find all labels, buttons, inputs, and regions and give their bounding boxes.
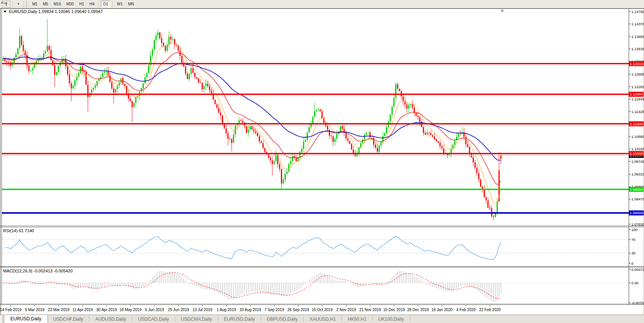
moving-average-21 — [3, 52, 501, 185]
price-axis-label: 1.14790 — [631, 10, 644, 14]
price-badge-label: 1.11009 — [630, 122, 643, 126]
chart-tab-audusd[interactable]: AUDUSD,Daily — [90, 316, 131, 323]
rsi-layer — [2, 236, 629, 259]
date-axis-label: 13 Jul 2019 — [192, 308, 212, 312]
chart-tab-eurusd-active[interactable]: EURUSD,Daily — [4, 315, 48, 323]
toolbar-separator — [23, 1, 24, 7]
tab-separator — [175, 316, 175, 321]
date-axis-label: 18 May 2019 — [120, 308, 142, 312]
date-axis-label: 4 Feb 2020 — [456, 308, 476, 312]
chart-tab-bar: EURUSD,Daily USDCHF,Daily AUDUSD,Daily U… — [0, 315, 644, 323]
date-axis-label: 5 Mar 2019 — [25, 308, 44, 312]
timeframe-button-m30[interactable]: M30 — [64, 1, 76, 7]
chart-tab-eurusd2[interactable]: EURUSD,Daily — [219, 316, 260, 323]
chart-tab-xauusd[interactable]: XAUUSD,H1 — [304, 316, 341, 323]
price-axis-label: 1.13950 — [631, 34, 644, 39]
top-toolbar: T ▼ M1 M5 M15 M30 H1 H4 D1 W1 MN — [0, 0, 644, 8]
chart-tab-usdcad[interactable]: USDCAD,Daily — [133, 316, 174, 323]
timeframe-button-m1[interactable]: M1 — [30, 1, 40, 7]
price-axis-label: 1.10160 — [631, 147, 644, 151]
date-axis-label: 10 Dec 2019 — [383, 308, 405, 312]
price-axis-label: 1.13530 — [631, 47, 644, 51]
tab-separator — [372, 316, 373, 321]
tab-separator — [132, 316, 132, 321]
date-axis-label: 28 Dec 2019 — [407, 308, 429, 312]
candles-layer[interactable] — [3, 19, 502, 221]
toolbar-separator — [12, 1, 13, 7]
macd-indicator-label: MACD(12,26,9) -0.002413 -0.005420 — [3, 269, 73, 273]
price-axis-label: 1.12680 — [631, 72, 644, 76]
timeframe-button-h1[interactable]: H1 — [77, 1, 87, 7]
horizontal-lines-layer[interactable] — [2, 64, 629, 213]
price-badge-label: 1.08008 — [630, 211, 643, 215]
macd-layer — [2, 271, 629, 301]
chart-window: 1.147901.143701.139501.135301.131101.126… — [0, 0, 644, 323]
toolbar-grip[interactable] — [26, 1, 28, 7]
date-axis-label: 16 Jan 2020 — [431, 308, 452, 312]
tab-separator — [303, 316, 304, 321]
timeframe-button-m15[interactable]: M15 — [51, 1, 63, 7]
macd-axis-label: 0.004738 — [631, 267, 644, 272]
chart-tab-uk100[interactable]: UK100,Daily — [373, 316, 409, 323]
chart-menu-caret-icon[interactable] — [3, 11, 7, 13]
price-axis-label: 1.08470 — [631, 197, 644, 201]
pointer-tools-button[interactable]: ▼ — [15, 1, 21, 7]
timeframe-button-d1[interactable]: D1 — [101, 1, 110, 7]
moving-average-55 — [3, 57, 501, 161]
rsi-axis-label: 100 — [631, 228, 637, 232]
price-badge-label: 1.12004 — [630, 92, 643, 96]
price-badge-label: 1.10008 — [630, 151, 643, 156]
rsi-indicator-label: RSI(14) 61.7140 — [3, 228, 34, 233]
timeframe-button-mn[interactable]: MN — [126, 1, 136, 7]
date-axis-label: 30 Apr 2019 — [96, 308, 117, 312]
price-axis-label: 1.14370 — [631, 22, 644, 26]
tab-scroll-sliver[interactable] — [0, 316, 3, 323]
price-badge-label: 1.13034 — [630, 62, 643, 66]
chart-title: EURUSD,Daily 1.09834 1.10046 1.09640 1.0… — [9, 9, 103, 14]
macd-axis-label: -0.00758 — [631, 301, 644, 305]
dropdown-caret-icon[interactable]: ▼ — [17, 2, 20, 6]
tab-separator — [261, 316, 261, 321]
date-axis-label: 23 Mar 2019 — [48, 308, 70, 312]
date-axis-label: 1 Aug 2019 — [217, 308, 236, 312]
macd-axis-label: 0.00 — [631, 281, 639, 285]
chart-tab-hk50[interactable]: HK50,H1 — [342, 316, 372, 323]
date-axis-label: 7 Sep 2019 — [264, 308, 284, 312]
price-axis-label: 1.10580 — [631, 134, 644, 139]
price-axis-label: 1.09310 — [631, 172, 644, 176]
date-axis-label: 2 Nov 2019 — [336, 308, 356, 312]
date-axis-label: 6 Jun 2019 — [145, 308, 164, 312]
date-axis-label: 15 Oct 2019 — [312, 308, 333, 312]
chart-tab-usdchf[interactable]: USDCHF,Daily — [48, 316, 89, 323]
timeframe-button-h4[interactable]: H4 — [87, 1, 97, 7]
date-axis-label: 26 Sep 2019 — [288, 308, 309, 312]
price-axis-label: 1.11840 — [631, 97, 644, 101]
price-axis-label: 1.07630 — [631, 222, 644, 226]
price-axis-label: 1.12260 — [631, 85, 644, 89]
timeframe-button-m5[interactable]: M5 — [41, 1, 51, 7]
toolbar-separator — [112, 1, 113, 7]
chart-shift-marker-icon[interactable] — [501, 9, 504, 11]
tab-separator — [410, 316, 410, 321]
date-axis-label: 22 Feb 2020 — [479, 308, 501, 312]
date-axis-label: 21 Nov 2019 — [359, 308, 381, 312]
price-axis-label: 1.11420 — [631, 110, 644, 114]
tab-separator — [218, 316, 218, 321]
rsi-axis-label: 30 — [631, 251, 636, 255]
price-axis-label: 1.09740 — [631, 159, 644, 164]
date-axis-label: 14 Feb 2019 — [0, 308, 22, 312]
toolbar-separator — [99, 1, 99, 7]
price-badge-label: 1.08800 — [630, 187, 643, 192]
chart-tab-gbpusd[interactable]: GBPUSD,Daily — [261, 316, 303, 323]
date-axis-label: 25 Jun 2019 — [168, 308, 189, 312]
timeframe-button-w1[interactable]: W1 — [115, 1, 125, 7]
date-axis-label: 20 Aug 2019 — [240, 308, 261, 312]
rsi-axis-label: 0 — [631, 261, 633, 266]
date-axis-label: 11 Apr 2019 — [72, 308, 93, 312]
tab-separator — [89, 316, 89, 321]
rsi-axis-label: 70 — [631, 238, 636, 242]
tab-separator — [342, 316, 342, 321]
chart-tab-usdcnh[interactable]: USDCNH,Daily — [176, 316, 217, 323]
